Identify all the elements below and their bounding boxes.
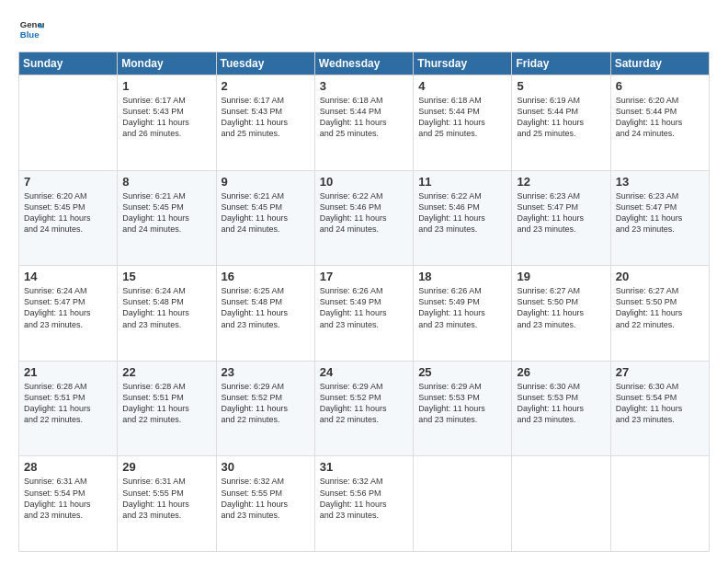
calendar-cell: 6Sunrise: 6:20 AMSunset: 5:44 PMDaylight… <box>610 75 709 171</box>
weekday-header-thursday: Thursday <box>414 52 512 75</box>
calendar-cell: 21Sunrise: 6:28 AMSunset: 5:51 PMDayligh… <box>19 361 118 456</box>
calendar-cell: 29Sunrise: 6:31 AMSunset: 5:55 PMDayligh… <box>118 456 216 552</box>
header: General Blue <box>18 17 710 42</box>
calendar-table: SundayMondayTuesdayWednesdayThursdayFrid… <box>18 52 710 552</box>
calendar-week-5: 28Sunrise: 6:31 AMSunset: 5:54 PMDayligh… <box>19 456 710 552</box>
cell-info: Sunrise: 6:31 AMSunset: 5:54 PMDaylight:… <box>24 476 112 521</box>
calendar-cell: 1Sunrise: 6:17 AMSunset: 5:43 PMDaylight… <box>118 75 216 171</box>
calendar-cell: 16Sunrise: 6:25 AMSunset: 5:48 PMDayligh… <box>216 266 314 362</box>
calendar-cell: 27Sunrise: 6:30 AMSunset: 5:54 PMDayligh… <box>610 361 709 456</box>
day-number: 20 <box>616 270 704 283</box>
calendar-cell <box>610 456 709 552</box>
calendar-cell: 30Sunrise: 6:32 AMSunset: 5:55 PMDayligh… <box>216 456 314 552</box>
calendar-cell: 26Sunrise: 6:30 AMSunset: 5:53 PMDayligh… <box>512 361 610 456</box>
cell-info: Sunrise: 6:28 AMSunset: 5:51 PMDaylight:… <box>24 381 112 426</box>
cell-info: Sunrise: 6:29 AMSunset: 5:52 PMDaylight:… <box>222 381 310 426</box>
cell-info: Sunrise: 6:32 AMSunset: 5:55 PMDaylight:… <box>222 476 310 521</box>
day-number: 16 <box>222 270 310 283</box>
day-number: 10 <box>320 175 408 189</box>
calendar-cell: 3Sunrise: 6:18 AMSunset: 5:44 PMDaylight… <box>314 75 413 171</box>
svg-text:Blue: Blue <box>20 29 40 40</box>
logo-icon: General Blue <box>18 17 44 42</box>
calendar-cell: 25Sunrise: 6:29 AMSunset: 5:53 PMDayligh… <box>414 361 512 456</box>
day-number: 31 <box>320 460 408 474</box>
logo: General Blue <box>18 17 44 42</box>
day-number: 7 <box>24 175 112 189</box>
cell-info: Sunrise: 6:28 AMSunset: 5:51 PMDaylight:… <box>122 381 210 426</box>
cell-info: Sunrise: 6:24 AMSunset: 5:47 PMDaylight:… <box>24 285 112 330</box>
day-number: 1 <box>122 79 210 93</box>
calendar-cell: 23Sunrise: 6:29 AMSunset: 5:52 PMDayligh… <box>216 361 314 456</box>
calendar-page: General Blue SundayMondayTuesdayWednesda… <box>0 0 728 563</box>
cell-info: Sunrise: 6:30 AMSunset: 5:53 PMDaylight:… <box>517 381 605 426</box>
cell-info: Sunrise: 6:27 AMSunset: 5:50 PMDaylight:… <box>517 285 605 330</box>
cell-info: Sunrise: 6:26 AMSunset: 5:49 PMDaylight:… <box>320 285 408 330</box>
day-number: 12 <box>517 175 605 189</box>
day-number: 22 <box>122 365 210 379</box>
calendar-cell: 2Sunrise: 6:17 AMSunset: 5:43 PMDaylight… <box>216 75 314 171</box>
day-number: 14 <box>24 270 112 283</box>
calendar-cell: 13Sunrise: 6:23 AMSunset: 5:47 PMDayligh… <box>610 170 709 266</box>
day-number: 26 <box>517 365 605 379</box>
cell-info: Sunrise: 6:26 AMSunset: 5:49 PMDaylight:… <box>418 285 506 330</box>
weekday-header-monday: Monday <box>118 52 216 75</box>
cell-info: Sunrise: 6:21 AMSunset: 5:45 PMDaylight:… <box>122 190 210 236</box>
cell-info: Sunrise: 6:30 AMSunset: 5:54 PMDaylight:… <box>616 381 704 426</box>
calendar-cell <box>19 75 118 171</box>
calendar-cell: 22Sunrise: 6:28 AMSunset: 5:51 PMDayligh… <box>118 361 216 456</box>
day-number: 3 <box>320 79 408 93</box>
weekday-header-row: SundayMondayTuesdayWednesdayThursdayFrid… <box>19 52 710 75</box>
calendar-cell: 15Sunrise: 6:24 AMSunset: 5:48 PMDayligh… <box>118 266 216 362</box>
day-number: 18 <box>418 270 506 283</box>
calendar-cell: 28Sunrise: 6:31 AMSunset: 5:54 PMDayligh… <box>19 456 118 552</box>
calendar-cell: 11Sunrise: 6:22 AMSunset: 5:46 PMDayligh… <box>414 170 512 266</box>
day-number: 9 <box>222 175 310 189</box>
day-number: 25 <box>418 365 506 379</box>
day-number: 24 <box>320 365 408 379</box>
cell-info: Sunrise: 6:22 AMSunset: 5:46 PMDaylight:… <box>418 190 506 236</box>
day-number: 17 <box>320 270 408 283</box>
calendar-cell: 17Sunrise: 6:26 AMSunset: 5:49 PMDayligh… <box>314 266 413 362</box>
calendar-cell <box>512 456 610 552</box>
day-number: 27 <box>616 365 704 379</box>
cell-info: Sunrise: 6:18 AMSunset: 5:44 PMDaylight:… <box>320 95 408 140</box>
cell-info: Sunrise: 6:29 AMSunset: 5:53 PMDaylight:… <box>418 381 506 426</box>
weekday-header-wednesday: Wednesday <box>314 52 413 75</box>
calendar-cell: 31Sunrise: 6:32 AMSunset: 5:56 PMDayligh… <box>314 456 413 552</box>
cell-info: Sunrise: 6:24 AMSunset: 5:48 PMDaylight:… <box>122 285 210 330</box>
day-number: 6 <box>616 79 704 93</box>
calendar-cell: 18Sunrise: 6:26 AMSunset: 5:49 PMDayligh… <box>414 266 512 362</box>
calendar-cell: 20Sunrise: 6:27 AMSunset: 5:50 PMDayligh… <box>610 266 709 362</box>
calendar-week-1: 1Sunrise: 6:17 AMSunset: 5:43 PMDaylight… <box>19 75 710 171</box>
day-number: 2 <box>222 79 310 93</box>
day-number: 21 <box>24 365 112 379</box>
cell-info: Sunrise: 6:32 AMSunset: 5:56 PMDaylight:… <box>320 476 408 521</box>
day-number: 15 <box>122 270 210 283</box>
calendar-cell: 5Sunrise: 6:19 AMSunset: 5:44 PMDaylight… <box>512 75 610 171</box>
calendar-cell: 14Sunrise: 6:24 AMSunset: 5:47 PMDayligh… <box>19 266 118 362</box>
cell-info: Sunrise: 6:29 AMSunset: 5:52 PMDaylight:… <box>320 381 408 426</box>
cell-info: Sunrise: 6:25 AMSunset: 5:48 PMDaylight:… <box>222 285 310 330</box>
calendar-week-3: 14Sunrise: 6:24 AMSunset: 5:47 PMDayligh… <box>19 266 710 362</box>
cell-info: Sunrise: 6:23 AMSunset: 5:47 PMDaylight:… <box>517 190 605 236</box>
cell-info: Sunrise: 6:20 AMSunset: 5:45 PMDaylight:… <box>24 190 112 236</box>
calendar-cell: 7Sunrise: 6:20 AMSunset: 5:45 PMDaylight… <box>19 170 118 266</box>
day-number: 19 <box>517 270 605 283</box>
calendar-cell: 19Sunrise: 6:27 AMSunset: 5:50 PMDayligh… <box>512 266 610 362</box>
day-number: 5 <box>517 79 605 93</box>
day-number: 28 <box>24 460 112 474</box>
calendar-cell: 8Sunrise: 6:21 AMSunset: 5:45 PMDaylight… <box>118 170 216 266</box>
calendar-cell: 12Sunrise: 6:23 AMSunset: 5:47 PMDayligh… <box>512 170 610 266</box>
day-number: 11 <box>418 175 506 189</box>
day-number: 23 <box>222 365 310 379</box>
weekday-header-sunday: Sunday <box>19 52 118 75</box>
cell-info: Sunrise: 6:19 AMSunset: 5:44 PMDaylight:… <box>517 95 605 140</box>
cell-info: Sunrise: 6:22 AMSunset: 5:46 PMDaylight:… <box>320 190 408 236</box>
cell-info: Sunrise: 6:21 AMSunset: 5:45 PMDaylight:… <box>222 190 310 236</box>
calendar-week-4: 21Sunrise: 6:28 AMSunset: 5:51 PMDayligh… <box>19 361 710 456</box>
calendar-cell: 24Sunrise: 6:29 AMSunset: 5:52 PMDayligh… <box>314 361 413 456</box>
day-number: 13 <box>616 175 704 189</box>
cell-info: Sunrise: 6:31 AMSunset: 5:55 PMDaylight:… <box>122 476 210 521</box>
cell-info: Sunrise: 6:17 AMSunset: 5:43 PMDaylight:… <box>122 95 210 140</box>
calendar-cell: 10Sunrise: 6:22 AMSunset: 5:46 PMDayligh… <box>314 170 413 266</box>
